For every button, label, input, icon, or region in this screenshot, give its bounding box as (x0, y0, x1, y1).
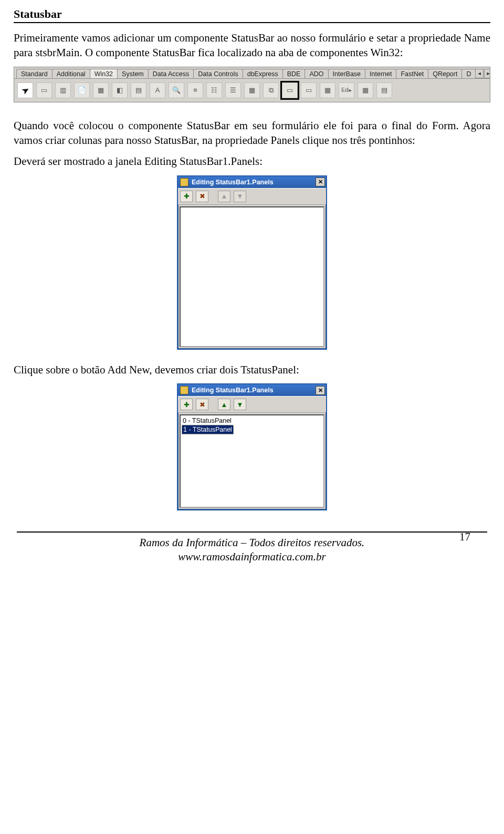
dialog1-list[interactable] (180, 206, 324, 347)
page-number: 17 (459, 530, 470, 544)
footer-rule (17, 531, 487, 533)
tab-standard[interactable]: Standard (16, 69, 52, 79)
heading-rule (14, 22, 490, 23)
tab-win32[interactable]: Win32 (90, 69, 118, 79)
tab-fastnet[interactable]: FastNet (396, 69, 428, 79)
tab-internet[interactable]: Internet (365, 69, 396, 79)
component-16[interactable]: ▦ (320, 82, 335, 98)
tab-additional[interactable]: Additional (52, 69, 90, 79)
tab-interbase[interactable]: InterBase (328, 69, 366, 79)
component-2[interactable]: ▥ (55, 82, 71, 98)
component-9[interactable]: ≡ (187, 82, 203, 98)
component-10[interactable]: ☷ (206, 82, 222, 98)
component-15[interactable]: ▭ (301, 82, 317, 98)
pointer-tool[interactable]: ➤ (17, 82, 33, 98)
pointer-icon: ➤ (19, 83, 32, 97)
dialog2-toolbar: ✚ ✖ ▲ ▼ (178, 396, 326, 413)
tab-ado[interactable]: ADO (304, 69, 328, 79)
delete-button[interactable]: ✖ (196, 191, 208, 202)
move-down-button[interactable]: ▼ (234, 399, 246, 410)
tab-more[interactable]: D (461, 69, 476, 79)
tab-system[interactable]: System (117, 69, 149, 79)
component-row: ➤ ▭ ▥ 📄 ▦ ◧ ▤ A 🔍 ≡ ☷ ☰ ▦ ⧉ ▭ ▭ ▦ Edi▸ ▦… (14, 79, 490, 102)
component-4[interactable]: ▦ (93, 82, 109, 98)
paragraph-4: Clique sobre o botão Add New, devemos cr… (14, 362, 490, 377)
tab-data-access[interactable]: Data Access (148, 69, 194, 79)
dialog1-titlebar[interactable]: Editing StatusBar1.Panels ✕ (178, 176, 326, 188)
add-new-button[interactable]: ✚ (180, 399, 193, 410)
dialog2-titlebar[interactable]: Editing StatusBar1.Panels ✕ (178, 384, 326, 396)
component-13[interactable]: ⧉ (263, 82, 279, 98)
component-19[interactable]: ▤ (376, 82, 392, 98)
component-11[interactable]: ☰ (225, 82, 241, 98)
component-12[interactable]: ▦ (244, 82, 260, 98)
dialog1-title: Editing StatusBar1.Panels (192, 179, 312, 186)
delete-button[interactable]: ✖ (196, 399, 208, 410)
section-heading: Statusbar (14, 7, 490, 21)
close-button[interactable]: ✕ (316, 386, 325, 395)
tab-data-controls[interactable]: Data Controls (193, 69, 243, 79)
footer-line-2: www.ramosdainformatica.com.br (14, 550, 490, 564)
component-statusbar[interactable]: ▭ (282, 82, 298, 98)
component-6[interactable]: ▤ (131, 82, 146, 98)
tab-qreport[interactable]: QReport (428, 69, 462, 79)
component-7[interactable]: A (150, 82, 165, 98)
tabs-scroll-left[interactable]: ◄ (475, 69, 484, 78)
move-up-button[interactable]: ▲ (218, 399, 230, 410)
tab-bde[interactable]: BDE (282, 69, 306, 79)
tabs-scroll-right[interactable]: ► (484, 69, 490, 78)
palette-tabs: Standard Additional Win32 System Data Ac… (14, 67, 490, 79)
footer-line-1: Ramos da Informática – Todos direitos re… (14, 536, 490, 550)
dialog1-toolbar: ✚ ✖ ▲ ▼ (178, 188, 326, 205)
paragraph-1: Primeiramente vamos adicionar um compone… (14, 30, 490, 60)
component-18[interactable]: ▦ (358, 82, 373, 98)
component-8[interactable]: 🔍 (169, 82, 184, 98)
panels-editor-filled: Editing StatusBar1.Panels ✕ ✚ ✖ ▲ ▼ 0 - … (177, 383, 327, 510)
move-down-button[interactable]: ▼ (234, 191, 246, 202)
dialog2-title: Editing StatusBar1.Panels (192, 387, 312, 394)
component-3[interactable]: 📄 (74, 82, 90, 98)
window-icon (180, 178, 188, 186)
component-5[interactable]: ◧ (112, 82, 128, 98)
add-new-button[interactable]: ✚ (180, 191, 193, 202)
close-button[interactable]: ✕ (316, 178, 325, 186)
component-palette: Standard Additional Win32 System Data Ac… (14, 67, 490, 102)
list-item[interactable]: 1 - TStatusPanel (182, 425, 234, 434)
tab-dbexpress[interactable]: dbExpress (243, 69, 283, 79)
list-item[interactable]: 0 - TStatusPanel (182, 416, 322, 425)
component-1[interactable]: ▭ (36, 82, 52, 98)
move-up-button[interactable]: ▲ (218, 191, 230, 202)
component-17[interactable]: Edi▸ (339, 82, 354, 98)
paragraph-2: Quando você colocou o componente StatusB… (14, 118, 490, 148)
dialog2-list[interactable]: 0 - TStatusPanel 1 - TStatusPanel (180, 414, 324, 508)
paragraph-3: Deverá ser mostrado a janela Editing Sta… (14, 154, 490, 169)
window-icon (180, 386, 188, 394)
panels-editor-empty: Editing StatusBar1.Panels ✕ ✚ ✖ ▲ ▼ (177, 175, 327, 350)
